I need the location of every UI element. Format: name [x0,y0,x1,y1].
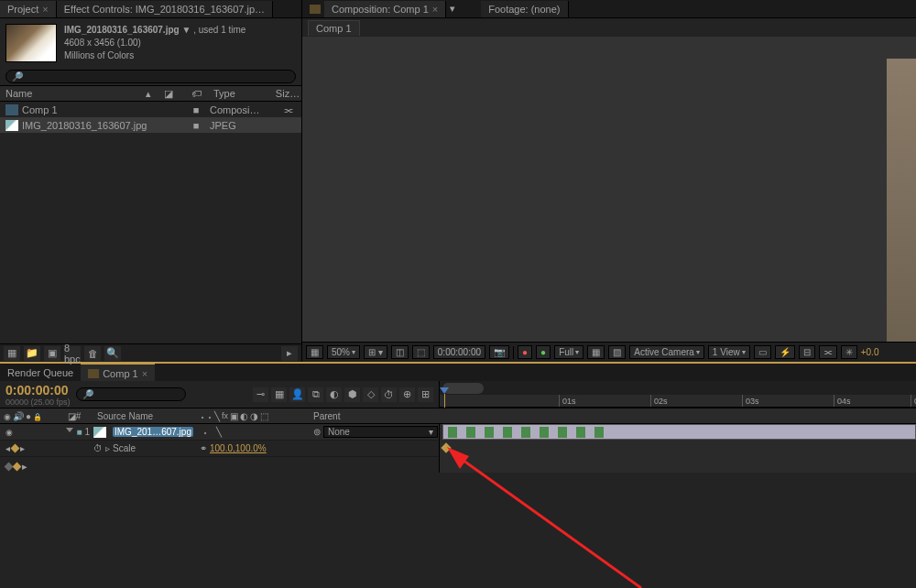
brainstorm-icon[interactable]: ⬢ [344,387,360,402]
effect-controls-tab[interactable]: Effect Controls: IMG_20180316_163607.jp… [57,1,273,17]
constrain-proportions-icon[interactable]: ⚭ [200,443,207,453]
transparency-grid-button[interactable]: ▦ [587,345,605,359]
expand-icon[interactable]: ⊕ [399,387,415,402]
item-label-swatch[interactable]: ■ [182,120,210,131]
close-icon[interactable]: × [42,4,48,15]
project-item-image[interactable]: IMG_20180316_163607.jpg ■ JPEG [0,117,301,133]
flowchart-icon[interactable]: ⫘ [274,104,301,115]
video-col-icon[interactable] [4,411,11,421]
motion-blur-icon[interactable]: ◐ [326,387,342,402]
timeline-current-time[interactable]: 0:00:00:00 [5,383,71,397]
comp-mini-flowchart-icon[interactable]: ⊸ [253,387,268,402]
resolution-dropdown[interactable]: Full [554,345,583,359]
label-col-icon[interactable]: ◪ [68,411,76,421]
collapse-icon[interactable]: ⬩ [207,411,213,421]
layer-fx-toggle[interactable] [227,427,238,438]
property-row-scale[interactable]: ◂ ▸ ⏱ ▹ Scale ⚭ 100.0,100.0% [0,441,439,457]
layer-3d-toggle[interactable] [282,427,293,438]
layer-bar[interactable] [442,424,916,440]
exposure-value[interactable]: +0.0 [861,347,879,357]
property-value[interactable]: 100.0,100.0% [210,443,267,453]
timeline-comp-tab[interactable]: Comp 1 × [81,363,155,381]
quality-icon[interactable]: ╲ [214,411,220,421]
draft-3d-icon[interactable]: ▦ [271,387,287,402]
layer-video-toggle[interactable] [4,427,15,438]
comp-flowchart-button[interactable]: ⫘ [819,345,837,359]
timeline-search-input[interactable] [76,387,186,401]
asset-dropdown-icon[interactable]: ▼ [181,25,191,35]
zoom-dropdown[interactable]: 50% [327,345,360,359]
grid-button[interactable]: ⊞ ▾ [364,345,387,359]
new-comp-button[interactable]: ▣ [44,346,60,361]
roi-button[interactable]: ⬚ [412,345,430,359]
col-type-header[interactable]: Type [210,88,274,99]
mask-button[interactable]: ◫ [391,345,409,359]
col-name-header[interactable]: Name ▴ [0,88,155,100]
layer-motionblur-toggle[interactable] [255,427,266,438]
hide-shy-icon[interactable]: 👤 [289,387,305,402]
timeline-navigator[interactable] [440,381,916,395]
new-folder-button[interactable]: 📁 [24,346,40,361]
motionblur-icon[interactable]: ◐ [240,411,248,421]
interpret-footage-button[interactable]: ▦ [4,346,20,361]
stopwatch-icon[interactable]: ⏱ [93,443,103,453]
channel-g-button[interactable]: ● [536,345,551,359]
layer-solo-toggle[interactable] [27,427,38,438]
layer-name[interactable]: IMG_201…607.jpg [113,427,193,437]
layer-lock-toggle[interactable] [39,427,50,438]
fx-icon[interactable]: fx [222,411,228,420]
close-icon[interactable]: × [142,368,147,379]
layer-adjust-toggle[interactable] [268,427,279,438]
num-col-header[interactable]: # [76,411,82,421]
composition-tab[interactable]: Composition: Comp 1 × [324,1,446,17]
channel-r-button[interactable]: ● [518,345,532,359]
shy-icon[interactable]: ⬩ [200,411,205,421]
close-icon[interactable]: × [432,4,438,15]
frame-blend-icon[interactable]: ⧉ [308,387,323,402]
search-button[interactable]: 🔍 [104,346,121,361]
item-label-swatch[interactable]: ■ [182,104,210,115]
project-item-comp[interactable]: Comp 1 ■ Composi… ⫘ [0,102,301,117]
graph-editor-icon[interactable]: ⏱ [381,387,397,402]
prev-keyframe-icon[interactable]: ◂ [5,443,10,453]
keyframe-diamond[interactable] [441,442,451,452]
source-col-header[interactable]: Source Name [93,408,200,423]
current-time-display[interactable]: 0:00:00:00 [433,345,485,359]
timeline-ruler[interactable]: 01s 02s 03s 04s 05 [440,395,916,408]
camera-dropdown[interactable]: Active Camera [629,345,704,359]
layer-label-swatch[interactable]: ■ [76,427,82,437]
snapshot-button[interactable]: 📷 [489,345,509,359]
next-keyframe-icon[interactable]: ▸ [20,443,25,453]
collapse-icon[interactable]: ⊞ [418,387,433,402]
layer-audio-toggle[interactable] [16,427,27,438]
property-twirl-icon[interactable]: ▹ [105,443,110,453]
adjustment-icon[interactable]: ◑ [250,411,258,421]
footage-tab[interactable]: Footage: (none) [481,1,568,17]
layer-row[interactable]: ■ 1 IMG_201…607.jpg ⬩ ╲ ⊚ [0,424,439,441]
layer-shy-toggle[interactable]: ⬩ [200,427,211,438]
toggle-modes-icon[interactable] [13,463,22,472]
pickwhip-icon[interactable]: ⊚ [313,427,321,437]
delete-button[interactable]: 🗑 [84,346,101,361]
solo-col-icon[interactable]: ● [26,411,31,421]
bpc-button[interactable]: 8 bpc [64,346,81,361]
render-queue-tab[interactable]: Render Queue [0,365,81,380]
col-label-header[interactable]: ◪ [155,88,182,100]
layer-twirl-icon[interactable] [66,428,73,436]
col-comment-header[interactable]: 🏷 [182,88,210,99]
pixel-aspect-button[interactable]: ▭ [754,345,771,359]
layer-frameblend-toggle[interactable] [241,427,252,438]
parent-col-header[interactable]: Parent [310,408,438,423]
timeline-button[interactable]: ⊟ [799,345,815,359]
playhead[interactable] [444,394,445,408]
layer-quality-toggle[interactable]: ╲ [213,427,224,438]
auto-keyframe-icon[interactable]: ◇ [363,387,378,402]
project-search-input[interactable] [5,70,296,83]
flowchart-button[interactable]: ▸ [281,346,298,361]
add-keyframe-icon[interactable] [11,444,20,453]
timeline-track-area[interactable] [440,424,916,473]
3d-view-button[interactable]: ▨ [608,345,626,359]
composition-viewer[interactable] [302,37,916,342]
parent-dropdown[interactable]: None▾ [323,426,438,438]
project-tab[interactable]: Project× [0,1,57,17]
